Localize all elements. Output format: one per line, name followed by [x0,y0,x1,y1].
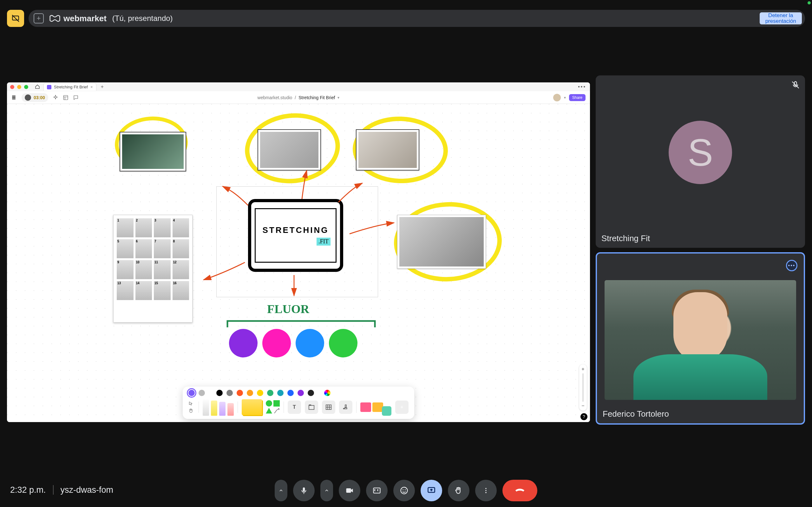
zoom-icon[interactable] [24,85,28,89]
color-swatch[interactable] [189,390,195,396]
close-icon[interactable] [10,85,14,89]
reactions-button[interactable] [393,480,415,501]
topbar: + webmarket (Tú, presentando) Detener la… [7,7,805,30]
pointer-tool-icon[interactable] [189,401,194,406]
color-swatch[interactable] [257,390,263,396]
color-swatch[interactable] [287,390,294,396]
crumb-file[interactable]: Stretching Fit Brief [299,95,335,100]
section-tool[interactable] [305,400,318,414]
present-screen-button[interactable] [420,480,442,501]
text-tool[interactable]: T [288,400,301,414]
camera-icon [345,486,354,495]
present-toggle-button[interactable] [7,10,24,27]
participant-name: Stretching Fit [601,233,650,243]
marker-tool[interactable] [219,402,225,416]
add-window-button[interactable]: + [34,13,44,23]
main-menu-icon[interactable] [11,95,17,101]
brand-name: webmarket [63,14,107,23]
mic-button[interactable] [293,480,315,501]
color-swatch[interactable] [308,390,314,396]
color-swatch[interactable] [277,390,284,396]
participant-tile-self[interactable]: ••• Federico Tortolero [596,252,805,425]
zoom-track[interactable] [582,373,583,402]
image-card[interactable] [397,215,486,269]
connector-icon [273,408,280,414]
pencil-tool[interactable] [203,399,209,416]
figjam-canvas[interactable]: STRETCHING .FIT 12345678910111213141516 [7,104,590,422]
crumb-workspace[interactable]: webmarket.studio [258,95,293,100]
figjam-icon [47,85,51,89]
mic-options-button[interactable] [275,480,287,501]
more-tools[interactable]: + [395,400,409,414]
tab-close-icon[interactable]: × [90,84,93,89]
highlighter-tool[interactable] [211,400,217,416]
poster-cell: 13 [117,281,134,300]
svg-point-23 [485,490,487,491]
poster-cell: 16 [172,281,189,300]
end-call-button[interactable] [502,480,537,501]
svg-point-22 [485,488,487,489]
timer-pill[interactable]: 03:00 [21,93,48,102]
palette-dot[interactable] [229,329,258,357]
color-swatch[interactable] [199,390,205,396]
hand-tool-icon[interactable] [189,408,194,413]
captions-button[interactable] [366,480,388,501]
tab-stretching-brief[interactable]: Stretching Fit Brief × [44,83,96,91]
brand: webmarket [49,14,107,23]
image-card[interactable] [119,132,186,171]
share-button[interactable]: Share [569,94,586,101]
sparkle-icon[interactable] [53,95,58,101]
new-tab-button[interactable]: + [101,84,104,90]
sticky-note-tool[interactable] [242,399,262,415]
svg-point-18 [401,487,408,494]
window-menu-button[interactable]: ••• [578,84,586,90]
color-swatch[interactable] [237,390,243,396]
color-swatch[interactable] [267,390,273,396]
color-swatch[interactable] [298,390,304,396]
stop-presenting-button[interactable]: Detener la presentación [760,12,802,24]
templates-icon[interactable] [63,95,68,101]
minimize-icon[interactable] [17,85,21,89]
camera-options-button[interactable] [320,480,333,501]
avatar-chevron-icon[interactable]: ▾ [564,95,566,100]
zoom-control[interactable]: + − [579,364,587,411]
raise-hand-button[interactable] [448,480,469,501]
participant-tile[interactable]: S Stretching Fit [596,75,805,248]
help-button[interactable]: ? [580,413,588,420]
timer-value: 03:00 [34,95,45,100]
svg-rect-9 [309,405,311,406]
tile-options-button[interactable]: ••• [786,260,798,271]
clock-time: 2:32 p.m. [10,485,46,495]
home-button[interactable] [34,83,41,90]
palette-dot[interactable] [329,329,357,357]
table-tool[interactable] [322,400,335,414]
collaborator-avatar[interactable] [553,94,561,101]
stamp-tool[interactable] [339,400,352,414]
image-card[interactable] [356,129,419,170]
comment-icon[interactable] [73,95,79,101]
eraser-tool[interactable] [227,403,234,416]
stickers-tool[interactable] [360,402,383,412]
color-swatch[interactable] [226,390,233,396]
color-swatch[interactable] [247,390,253,396]
chevron-down-icon[interactable]: ▾ [338,95,339,100]
color-wheel-icon[interactable] [324,390,331,396]
shapes-tool[interactable] [266,400,280,414]
video-feed [605,280,796,400]
meeting-code[interactable]: ysz-dwas-fom [61,485,113,495]
exercise-poster[interactable]: 12345678910111213141516 [113,215,193,323]
zoom-out-icon[interactable]: − [581,403,584,409]
palette-dot[interactable] [296,329,324,357]
poster-cell: 8 [172,239,189,258]
palette-dot[interactable] [262,329,291,357]
shared-screen: Stretching Fit Brief × + ••• 03:00 webma… [7,82,590,422]
image-card[interactable] [258,129,321,170]
camera-button[interactable] [339,480,360,501]
color-swatch[interactable] [216,390,223,396]
meeting-controls [275,480,537,501]
shared-window: Stretching Fit Brief × + ••• 03:00 webma… [7,82,590,422]
zoom-in-icon[interactable]: + [581,366,584,372]
presentation-info-bar: + webmarket (Tú, presentando) Detener la… [29,10,805,27]
more-options-button[interactable] [475,480,497,501]
poster-cell: 7 [154,239,171,258]
